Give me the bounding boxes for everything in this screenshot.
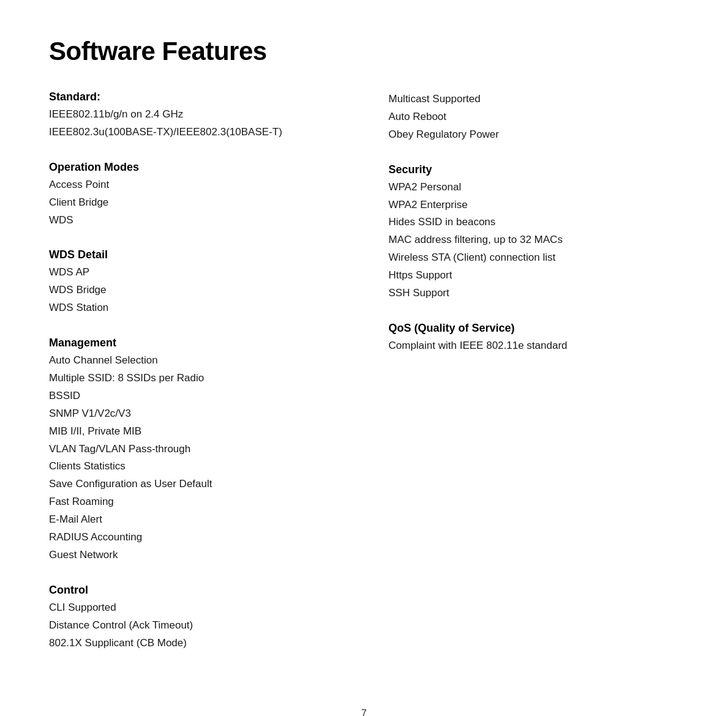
section-item-operation-modes-1: Client Bridge [49,194,340,212]
content-wrapper: Standard:IEEE802.11b/g/n on 2.4 GHzIEEE8… [49,91,679,671]
section-heading-wds-detail: WDS Detail [49,248,340,261]
section-item-operation-modes-0: Access Point [49,176,340,194]
section-item-wds-detail-0: WDS AP [49,264,340,282]
section-item-management-2: BSSID [49,387,340,405]
section-item-control-1: Distance Control (Ack Timeout) [49,617,340,635]
section-item-control-2: 802.1X Supplicant (CB Mode) [49,635,340,652]
section-item-misc-1: Auto Reboot [389,108,680,126]
section-wds-detail: WDS DetailWDS APWDS BridgeWDS Station [49,248,340,317]
section-heading-management: Management [49,337,340,349]
section-item-security-3: MAC address filtering, up to 32 MACs [389,231,680,249]
section-item-operation-modes-2: WDS [49,212,340,229]
section-item-management-4: MIB I/II, Private MIB [49,423,340,441]
section-item-standard-1: IEEE802.3u(100BASE-TX)/IEEE802.3(10BASE-… [49,124,340,141]
section-misc: Multicast SupportedAuto RebootObey Regul… [389,91,680,144]
section-item-management-0: Auto Channel Selection [49,352,340,370]
section-item-control-0: CLI Supported [49,599,340,617]
section-item-security-0: WPA2 Personal [389,179,680,196]
page-title: Software Features [49,37,679,66]
section-item-security-1: WPA2 Enterprise [389,196,680,214]
section-item-management-6: Clients Statistics [49,458,340,475]
section-item-wds-detail-1: WDS Bridge [49,282,340,299]
section-standard: Standard:IEEE802.11b/g/n on 2.4 GHzIEEE8… [49,91,340,141]
section-item-qos-0: Complaint with IEEE 802.11e standard [389,337,680,355]
section-item-management-5: VLAN Tag/VLAN Pass-through [49,441,340,458]
section-item-standard-0: IEEE802.11b/g/n on 2.4 GHz [49,106,340,124]
section-item-misc-0: Multicast Supported [389,91,680,108]
section-item-management-10: RADIUS Accounting [49,529,340,546]
section-item-management-9: E-Mail Alert [49,511,340,529]
page-number: 7 [49,708,679,716]
section-qos: QoS (Quality of Service)Complaint with I… [389,322,680,355]
section-security: SecurityWPA2 PersonalWPA2 EnterpriseHide… [389,163,680,302]
section-heading-control: Control [49,584,340,597]
section-operation-modes: Operation ModesAccess PointClient Bridge… [49,161,340,229]
section-heading-standard: Standard: [49,91,340,103]
section-item-security-5: Https Support [389,267,680,285]
section-item-management-11: Guest Network [49,546,340,564]
right-column: Multicast SupportedAuto RebootObey Regul… [389,91,680,671]
section-item-security-2: Hides SSID in beacons [389,214,680,231]
section-management: ManagementAuto Channel SelectionMultiple… [49,337,340,564]
section-item-security-6: SSH Support [389,285,680,302]
section-item-misc-2: Obey Regulatory Power [389,126,680,144]
section-item-management-3: SNMP V1/V2c/V3 [49,405,340,423]
left-column: Standard:IEEE802.11b/g/n on 2.4 GHzIEEE8… [49,91,340,671]
section-item-wds-detail-2: WDS Station [49,299,340,317]
section-item-management-8: Fast Roaming [49,493,340,511]
section-item-security-4: Wireless STA (Client) connection list [389,249,680,267]
section-heading-operation-modes: Operation Modes [49,161,340,174]
section-heading-qos: QoS (Quality of Service) [389,322,680,335]
section-control: ControlCLI SupportedDistance Control (Ac… [49,584,340,652]
section-item-management-1: Multiple SSID: 8 SSIDs per Radio [49,370,340,387]
section-item-management-7: Save Configuration as User Default [49,475,340,493]
section-heading-security: Security [389,163,680,176]
